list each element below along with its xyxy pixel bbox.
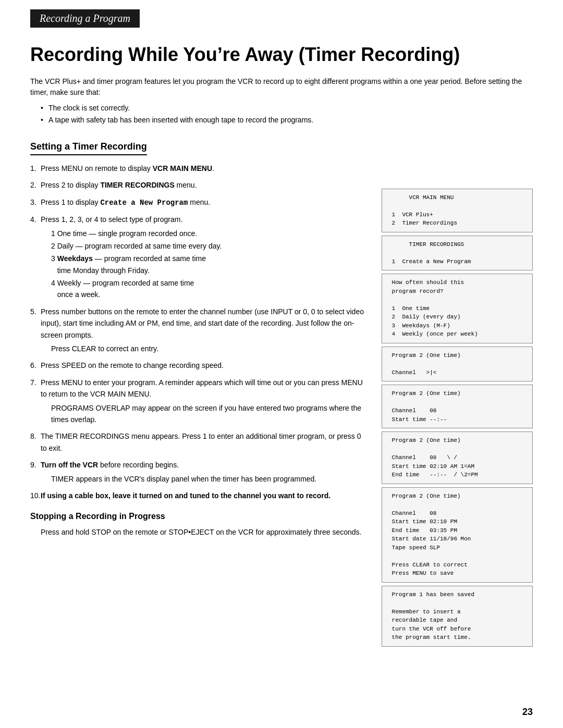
screen-start-time-am-pm: Program 2 (One time) Channel 08 \ / Star… xyxy=(382,431,533,484)
step-9-extra: TIMER appears in the VCR's display panel… xyxy=(51,473,366,485)
bullet-item: The clock is set correctly. xyxy=(41,102,533,114)
step-num: 8. xyxy=(30,430,36,442)
screen-saved-reminder: Program 1 has been saved Remember to ins… xyxy=(382,586,533,647)
header-banner: Recording a Program xyxy=(30,9,140,28)
screenshots-col: VCR MAIN MENU 1 VCR Plus+ 2 Timer Record… xyxy=(382,163,533,648)
content-layout: 1. Press MENU on remote to display VCR M… xyxy=(30,163,533,648)
step-8: 8. The TIMER RECORDINGS menu appears. Pr… xyxy=(30,430,366,454)
setting-heading: Setting a Timer Recording xyxy=(30,141,147,155)
step-num: 1. xyxy=(30,163,36,174)
intro-paragraph: The VCR Plus+ and timer program features… xyxy=(30,76,533,98)
steps-list: 1. Press MENU on remote to display VCR M… xyxy=(30,163,366,501)
page-number: 23 xyxy=(522,707,533,718)
step-2: 2. Press 2 to display TIMER RECORDINGS m… xyxy=(30,179,366,191)
step-10: 10. If using a cable box, leave it turne… xyxy=(30,490,366,501)
screen-how-often: How often should this program record? 1 … xyxy=(382,274,533,343)
step-4-sublist: 1 One time — single program recorded onc… xyxy=(51,228,366,301)
step-9: 9. Turn off the VCR before recording beg… xyxy=(30,459,366,485)
step-num: 7. xyxy=(30,377,36,388)
intro-bullets: The clock is set correctly. A tape with … xyxy=(41,102,533,126)
sub-item: 3 Weekdays — program recorded at same ti… xyxy=(51,253,366,276)
sub-item: 2 Daily — program recorded at same time … xyxy=(51,240,366,252)
step-5-extra: Press CLEAR to correct an entry. xyxy=(51,343,366,354)
step-7: 7. Press MENU to enter your program. A r… xyxy=(30,377,366,426)
banner-text: Recording a Program xyxy=(40,13,130,24)
step-num: 10. xyxy=(30,490,40,501)
main-title: Recording While You’re Away (Timer Recor… xyxy=(30,43,533,66)
step-5: 5. Press number buttons on the remote to… xyxy=(30,306,366,355)
screen-vcr-main-menu: VCR MAIN MENU 1 VCR Plus+ 2 Timer Record… xyxy=(382,189,533,232)
step-num: 6. xyxy=(30,360,36,371)
step-4: 4. Press 1, 2, 3, or 4 to select type of… xyxy=(30,214,366,301)
step-6: 6. Press SPEED on the remote to change r… xyxy=(30,360,366,371)
step-7-extra: PROGRAMS OVERLAP may appear on the scree… xyxy=(51,402,366,426)
sub-item: 4 Weekly — program recorded at same time… xyxy=(51,277,366,301)
stopping-heading: Stopping a Recording in Progress xyxy=(30,512,366,521)
step-num: 3. xyxy=(30,196,36,208)
step-num: 9. xyxy=(30,459,36,471)
stopping-section: Stopping a Recording in Progress Press a… xyxy=(30,512,366,538)
screen-channel-cursor: Program 2 (One time) Channel >|< xyxy=(382,347,533,382)
screen-start-time-blank: Program 2 (One time) Channel 08 Start ti… xyxy=(382,385,533,428)
step-num: 5. xyxy=(30,306,36,317)
screen-timer-recordings: TIMER RECORDINGS 1 Create a New Program xyxy=(382,236,533,271)
stopping-text: Press and hold STOP on the remote or STO… xyxy=(30,526,366,538)
step-num: 2. xyxy=(30,179,36,191)
step-1: 1. Press MENU on remote to display VCR M… xyxy=(30,163,366,174)
bullet-item: A tape with safety tab has been inserted… xyxy=(41,114,533,126)
instructions-col: 1. Press MENU on remote to display VCR M… xyxy=(30,163,366,538)
screen-full-program: Program 2 (One time) Channel 08 Start ti… xyxy=(382,487,533,583)
sub-item: 1 One time — single program recorded onc… xyxy=(51,228,366,239)
step-num: 4. xyxy=(30,214,36,225)
step-3: 3. Press 1 to display Create a New Progr… xyxy=(30,196,366,208)
page-container: Recording a Program Recording While You’… xyxy=(0,0,563,728)
